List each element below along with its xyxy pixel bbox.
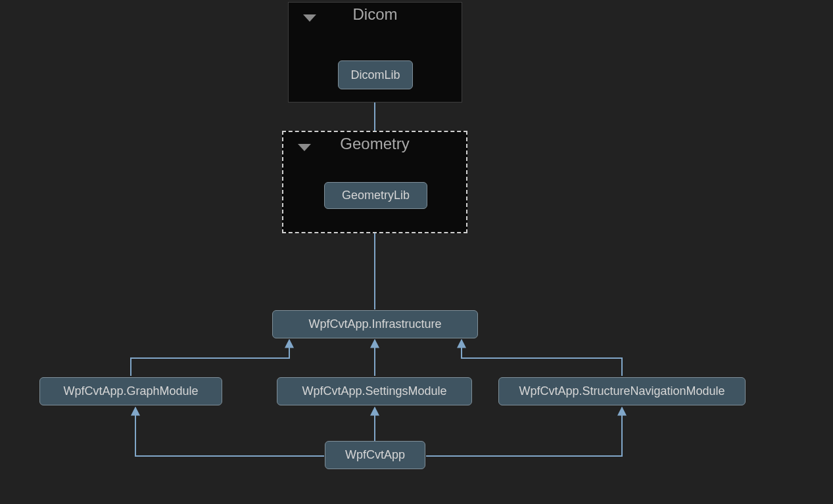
edge-graph-infra: [131, 340, 289, 376]
group-geometry[interactable]: Geometry GeometryLib: [282, 131, 467, 233]
node-graph-module[interactable]: WpfCvtApp.GraphModule: [39, 377, 222, 405]
edge-app-graph: [135, 407, 324, 456]
node-settings-module[interactable]: WpfCvtApp.SettingsModule: [277, 377, 472, 405]
edge-app-structnav: [426, 407, 622, 456]
svg-marker-0: [303, 14, 316, 22]
node-infrastructure[interactable]: WpfCvtApp.Infrastructure: [272, 310, 478, 338]
node-geometrylib[interactable]: GeometryLib: [324, 182, 427, 209]
collapse-icon[interactable]: [303, 14, 316, 22]
group-dicom[interactable]: Dicom DicomLib: [288, 2, 462, 103]
collapse-icon[interactable]: [298, 144, 311, 152]
diagram-canvas[interactable]: Dicom DicomLib Geometry GeometryLib WpfC…: [0, 0, 833, 504]
node-app[interactable]: WpfCvtApp: [325, 441, 425, 469]
node-dicomlib[interactable]: DicomLib: [338, 60, 413, 89]
svg-marker-1: [298, 144, 311, 151]
node-structure-navigation-module[interactable]: WpfCvtApp.StructureNavigationModule: [498, 377, 746, 405]
edge-structnav-infra: [462, 340, 622, 376]
